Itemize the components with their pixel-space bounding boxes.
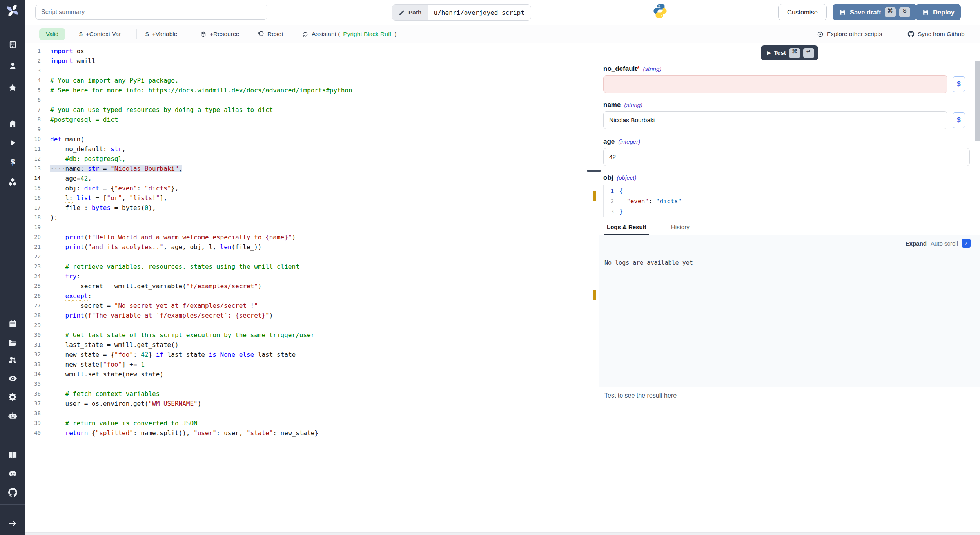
code-line: 32 new_state = {"foo": 42} if last_state… <box>25 350 590 360</box>
calendar-icon <box>8 319 17 328</box>
customise-button[interactable]: Customise <box>778 4 827 20</box>
code-line: 26 except: <box>25 291 590 301</box>
line-number: 9 <box>25 125 41 134</box>
script-summary-input[interactable] <box>35 5 267 20</box>
code-line: 39 # return value is converted to JSON <box>25 418 590 428</box>
users-settings-icon <box>8 355 18 365</box>
sidebar-item-folder-open[interactable] <box>0 336 25 350</box>
field-label-age: age(integer) <box>603 138 640 146</box>
code-line: 29 <box>25 320 590 330</box>
sidebar-item-bot[interactable] <box>0 408 25 423</box>
logs-empty-text: No logs are available yet <box>604 259 693 266</box>
sidebar-item-dollar[interactable]: $ <box>0 155 25 169</box>
home-icon <box>8 119 17 128</box>
line-number: 12 <box>25 154 41 164</box>
sidebar-item-discord[interactable] <box>0 466 25 481</box>
sidebar-item-buildings[interactable] <box>0 37 25 51</box>
sidebar-item-book-open[interactable] <box>0 448 25 462</box>
sidebar-item-home[interactable] <box>0 116 25 130</box>
undo-icon <box>258 31 264 37</box>
code-editor[interactable]: 1import os2import wmill34# You can impor… <box>25 43 590 535</box>
line-number: 35 <box>25 379 41 389</box>
field-input-age[interactable] <box>603 148 970 166</box>
add-resource-button[interactable]: +Resource <box>200 28 239 40</box>
code-line: 8#postgresql = dict <box>25 115 590 125</box>
folder-open-icon <box>8 338 17 348</box>
add-context-var-button[interactable]: $ +Context Var <box>79 28 121 40</box>
python-logo-icon <box>652 3 668 19</box>
sidebar-item-arrow-right[interactable] <box>0 516 25 530</box>
line-number: 4 <box>25 76 41 85</box>
reset-button[interactable]: Reset <box>258 28 283 40</box>
dollar-icon: $ <box>8 158 17 167</box>
field-json-editor-obj[interactable]: 1{2 "even": "dicts"3} <box>603 185 971 217</box>
kbd-enter: ↵ <box>803 48 814 58</box>
line-number: 33 <box>25 360 41 369</box>
sidebar-item-users-settings[interactable] <box>0 352 25 367</box>
deploy-button[interactable]: Deploy <box>916 4 961 20</box>
add-variable-button[interactable]: $ +Variable <box>145 28 177 40</box>
field-input-no_default[interactable] <box>603 75 947 93</box>
line-number: 11 <box>25 144 41 154</box>
tab-logs-result[interactable]: Logs & Result <box>604 219 649 235</box>
sidebar-item-eye[interactable] <box>0 371 25 385</box>
sidebar-item-star[interactable] <box>0 81 25 95</box>
line-number: 2 <box>25 56 41 66</box>
line-number: 24 <box>25 271 41 281</box>
result-placeholder: Test to see the result here <box>604 392 677 399</box>
expand-button[interactable]: Expand <box>906 240 927 247</box>
code-line: 37 user = os.environ.get("WM_USERNAME") <box>25 399 590 408</box>
kbd-cmd: ⌘ <box>885 7 896 17</box>
insert-variable-button[interactable]: $ <box>953 112 965 128</box>
sidebar-divider <box>0 102 25 102</box>
code-line: 13····name: str = "Nicolas Bourbaki", <box>25 164 590 174</box>
bot-icon <box>8 411 18 421</box>
autoscroll-checkbox[interactable]: ✓ <box>962 239 971 248</box>
tab-history[interactable]: History <box>669 219 692 234</box>
explore-other-scripts-button[interactable]: Explore other scripts <box>817 28 882 40</box>
field-label-obj: obj(object) <box>603 174 637 182</box>
code-line: 12 #db: postgresql, <box>25 154 590 164</box>
line-number: 38 <box>25 408 41 418</box>
sync-from-github-button[interactable]: Sync from Github <box>907 28 965 40</box>
sidebar-divider <box>0 22 25 22</box>
save-icon <box>922 9 929 16</box>
save-draft-button[interactable]: Save draft ⌘S <box>833 4 916 20</box>
code-line: 21 print("and its acolytes..", age, obj,… <box>25 242 590 252</box>
valid-badge: Valid <box>39 28 65 40</box>
scrollbar-thumb[interactable] <box>975 61 980 141</box>
line-number: 23 <box>25 262 41 271</box>
code-line: 14 age=42, <box>25 174 590 183</box>
test-button[interactable]: ▶ Test ⌘↵ <box>761 45 818 60</box>
dollar-icon: $ <box>79 31 83 38</box>
line-number: 10 <box>25 134 41 144</box>
warning-marker <box>593 191 596 201</box>
logs-panel: Expand Auto scroll ✓ No logs are availab… <box>599 235 980 387</box>
code-line: 23 # retrieve variables, resources, stat… <box>25 262 590 271</box>
line-number: 15 <box>25 183 41 193</box>
line-number: 1 <box>25 46 41 56</box>
line-number: 5 <box>25 85 41 95</box>
assistant-button[interactable]: Assistant (Pyright Black Ruff) <box>302 28 396 40</box>
sidebar-item-user[interactable] <box>0 59 25 73</box>
sidebar-item-calendar[interactable] <box>0 316 25 331</box>
play-icon <box>9 139 17 147</box>
sidebar-item-boxes[interactable] <box>0 175 25 189</box>
toolbar-divider <box>293 29 293 39</box>
tabs: Logs & Result History <box>599 219 980 235</box>
sidebar-item-github[interactable] <box>0 485 25 499</box>
panel-resize-handle[interactable] <box>587 170 601 172</box>
windmill-app: $ Path u/henri/overjoyed_script Customis… <box>0 0 980 535</box>
arrow-right-icon <box>8 519 17 528</box>
sidebar-item-gear[interactable] <box>0 390 25 404</box>
sidebar-item-windmill-logo[interactable] <box>0 4 25 18</box>
book-open-icon <box>8 450 18 460</box>
sidebar-item-play[interactable] <box>0 136 25 150</box>
topbar: Path u/henri/overjoyed_script Customise … <box>25 0 980 25</box>
field-input-name[interactable] <box>603 111 947 129</box>
script-path[interactable]: Path u/henri/overjoyed_script <box>392 4 531 21</box>
line-number: 29 <box>25 320 41 330</box>
code-line: 7# you can use typed resources by doing … <box>25 105 590 115</box>
editor-overview-ruler[interactable] <box>590 43 599 535</box>
insert-variable-button[interactable]: $ <box>953 76 965 92</box>
